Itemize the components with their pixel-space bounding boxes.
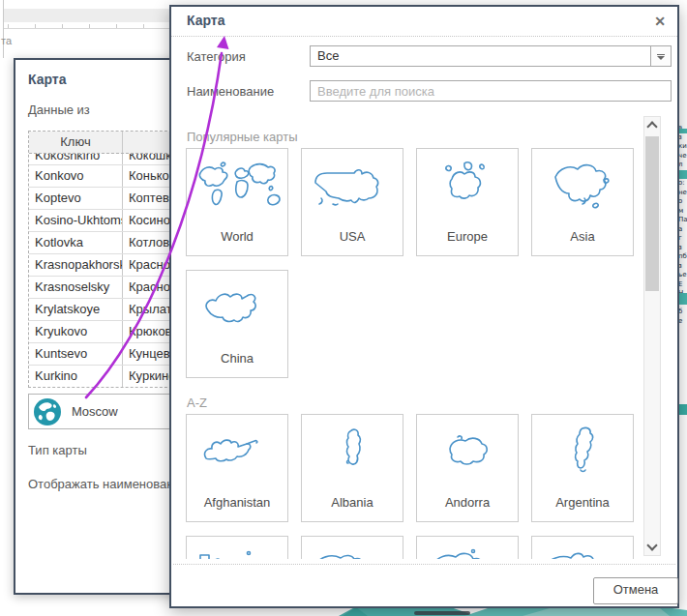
category-select[interactable]: Все	[310, 45, 672, 67]
name-label: Наименование	[187, 84, 274, 99]
map-list-viewport: Популярные карты World	[173, 116, 642, 559]
map-card-label: World	[187, 229, 287, 244]
dropdown-arrow-icon	[657, 54, 665, 55]
chevron-up-icon	[646, 121, 657, 132]
map-type-label: Тип карты	[28, 443, 87, 457]
map-card-afghanistan[interactable]: Afghanistan	[186, 414, 288, 522]
map-card-albania[interactable]: Albania	[301, 414, 403, 522]
cell-key: Krasnoselsky	[29, 277, 123, 298]
footer-divider	[173, 564, 675, 565]
dropdown-arrow-icon	[657, 56, 665, 60]
map-card-partial[interactable]	[416, 536, 519, 559]
map-card-europe[interactable]: Europe	[416, 148, 519, 256]
popular-section-header: Популярные карты	[187, 130, 298, 144]
strip-highlight	[678, 170, 687, 179]
europe-map-icon	[419, 158, 516, 216]
scrollbar-thumb[interactable]	[645, 136, 659, 291]
ruler-tick	[143, 24, 144, 28]
cancel-button[interactable]: Отмена	[593, 577, 678, 604]
asia-map-icon	[534, 158, 631, 216]
world-map-icon	[189, 158, 285, 216]
close-icon[interactable]: ✕	[654, 14, 666, 29]
map-card-asia[interactable]: Asia	[531, 148, 634, 256]
cell-key: Kotlovka	[29, 232, 123, 253]
clipped-background-text: та	[1, 35, 12, 46]
cell-key: Koptevo	[29, 188, 123, 209]
china-map-icon	[189, 279, 285, 337]
map-card-partial[interactable]	[186, 536, 288, 559]
column-header-key[interactable]: Ключ	[29, 132, 123, 153]
dialog-title: Карта	[187, 13, 225, 28]
argentina-map-icon	[534, 424, 631, 482]
map-card-usa[interactable]: USA	[301, 148, 403, 256]
selected-map-label: Moscow	[72, 404, 118, 419]
map-card-label: Andorra	[417, 495, 518, 510]
map-card-label: Albania	[302, 495, 403, 510]
ruler-tick	[35, 24, 36, 28]
partial-map-icon	[189, 545, 285, 559]
combo-dropdown-trigger[interactable]	[650, 46, 671, 66]
dialog-title: Карта	[28, 72, 67, 87]
strip-highlight	[678, 293, 687, 305]
scroll-down-button[interactable]	[644, 539, 660, 555]
map-card-label: China	[187, 351, 287, 366]
map-card-label: USA	[302, 229, 403, 244]
andorra-map-icon	[419, 424, 516, 482]
screen: та в з ки че л ок о: не о м Па а г з пб …	[0, 0, 687, 616]
vertical-scrollbar[interactable]	[643, 116, 661, 556]
map-card-label: Argentina	[532, 495, 633, 510]
cell-key: Kryukovo	[29, 321, 123, 342]
background-ruler-line	[4, 28, 174, 29]
category-label: Категория	[187, 49, 246, 64]
background-map-label-smudge	[414, 611, 470, 615]
category-selected-value: Все	[311, 46, 671, 66]
ruler-tick	[116, 24, 117, 28]
ruler-tick	[89, 24, 90, 28]
data-from-label: Данные из	[28, 103, 90, 117]
map-card-partial[interactable]	[531, 536, 634, 559]
map-card-label: Europe	[417, 229, 518, 244]
albania-map-icon	[304, 424, 401, 482]
cell-key: Konkovo	[29, 165, 123, 187]
cell-key: Kosino-Ukhtomsk	[29, 210, 123, 231]
cell-key: Krylatskoye	[29, 299, 123, 320]
globe-icon	[33, 397, 62, 426]
cell-key: Kuntsevo	[29, 343, 123, 365]
scroll-up-button[interactable]	[644, 117, 660, 133]
display-name-label: Отображать наименовани	[28, 477, 188, 491]
map-card-label: Asia	[532, 229, 633, 244]
cell-key: Krasnopakhorsko	[29, 254, 123, 276]
map-picker-dialog: Карта ✕ Категория Все Наименование Попул…	[169, 5, 679, 608]
cell-key: Kurkino	[29, 366, 123, 387]
ruler-tick	[8, 24, 9, 28]
cell-key: Kokoshkino	[29, 154, 123, 164]
az-section-header: A-Z	[187, 396, 207, 410]
map-card-andorra[interactable]: Andorra	[416, 414, 519, 522]
afghanistan-map-icon	[189, 424, 285, 482]
ruler-tick	[62, 24, 63, 28]
partial-map-icon	[534, 545, 631, 559]
chevron-down-icon	[646, 540, 657, 550]
clipped-background-list: в з ки че л ок о: не о м Па а г з пб з ь…	[678, 124, 687, 420]
map-card-china[interactable]: China	[186, 270, 288, 378]
background-toolbar	[4, 9, 174, 22]
strip-highlight	[678, 129, 687, 133]
search-input[interactable]	[310, 80, 672, 102]
map-card-argentina[interactable]: Argentina	[531, 414, 634, 522]
partial-map-icon	[419, 545, 516, 559]
dialog-header: Карта ✕	[171, 7, 677, 37]
map-card-label: Afghanistan	[187, 495, 287, 510]
usa-map-icon	[304, 158, 401, 216]
map-card-world[interactable]: World	[186, 148, 288, 256]
partial-map-icon	[304, 545, 401, 559]
map-card-partial[interactable]	[301, 536, 403, 559]
